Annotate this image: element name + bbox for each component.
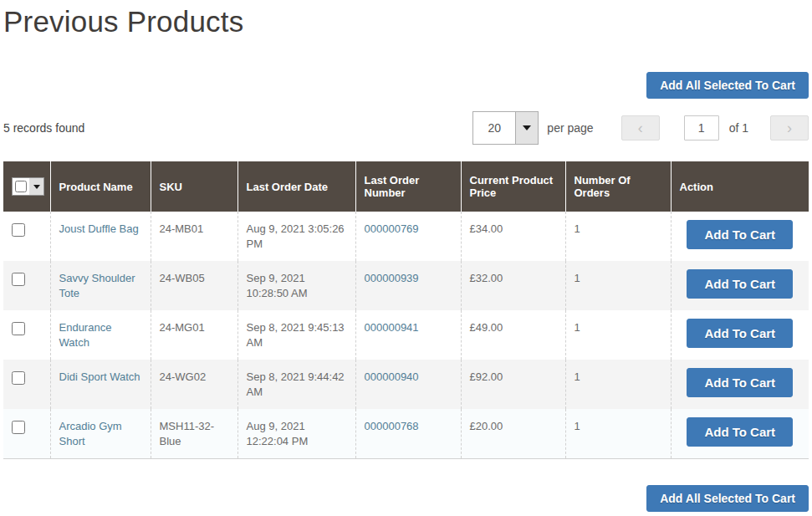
product-name-cell: Joust Duffle Bag <box>50 212 151 261</box>
order-number-link[interactable]: 000000939 <box>365 272 419 284</box>
top-actions: Add All Selected To Cart <box>3 72 809 99</box>
action-cell: Add To Cart <box>671 310 809 360</box>
pager: 20 per page ‹ of 1 › <box>472 111 809 145</box>
product-name-link[interactable]: Didi Sport Watch <box>59 370 140 383</box>
sku-cell: 24-MB01 <box>151 212 237 261</box>
action-cell: Add To Cart <box>671 409 809 459</box>
orders-count-cell: 1 <box>565 360 671 409</box>
order-number-cell: 000000940 <box>355 360 461 409</box>
order-number-link[interactable]: 000000941 <box>365 321 419 334</box>
select-all-dropdown[interactable] <box>12 177 44 196</box>
last-order-date-cell: Aug 9, 2021 3:05:26 PM <box>237 212 355 261</box>
sku-cell: 24-WG02 <box>151 360 237 409</box>
column-header-current-product-price: Current Product Price <box>461 161 565 212</box>
add-to-cart-button[interactable]: Add To Cart <box>687 319 793 348</box>
product-name-link[interactable]: Joust Duffle Bag <box>59 222 139 235</box>
product-name-cell: Savvy Shoulder Tote <box>50 261 151 310</box>
last-order-date-cell: Sep 8, 2021 9:45:13 AM <box>237 310 355 360</box>
sku-cell: 24-MG01 <box>151 310 237 360</box>
order-number-cell: 000000769 <box>355 212 461 261</box>
select-all-checkbox[interactable] <box>15 181 27 192</box>
order-number-cell: 000000941 <box>355 310 461 360</box>
checkbox-cell <box>3 310 50 360</box>
price-cell: £32.00 <box>461 261 565 310</box>
table-row: Didi Sport Watch 24-WG02 Sep 8, 2021 9:4… <box>3 360 809 409</box>
checkbox-cell <box>3 261 50 310</box>
per-page-select[interactable]: 20 <box>472 111 539 145</box>
checkbox-cell <box>3 360 50 409</box>
checkbox-cell <box>3 212 50 261</box>
table-row: Savvy Shoulder Tote 24-WB05 Sep 9, 2021 … <box>3 261 809 310</box>
column-header-number-of-orders: Number Of Orders <box>565 161 671 212</box>
product-name-link[interactable]: Endurance Watch <box>59 321 112 349</box>
product-name-cell: Didi Sport Watch <box>50 360 151 409</box>
price-cell: £34.00 <box>461 212 565 261</box>
column-header-product-name: Product Name <box>50 161 151 212</box>
previous-page-button[interactable]: ‹ <box>621 115 660 140</box>
last-order-date-cell: Sep 9, 2021 10:28:50 AM <box>237 261 355 310</box>
column-header-last-order-number: Last Order Number <box>355 161 461 212</box>
total-pages-label: of 1 <box>729 121 748 135</box>
price-cell: £49.00 <box>461 310 565 360</box>
order-number-link[interactable]: 000000769 <box>365 222 419 235</box>
page-container: Previous Products Add All Selected To Ca… <box>0 0 812 512</box>
sku-cell: 24-WB05 <box>151 261 237 310</box>
product-name-cell: Endurance Watch <box>50 310 151 360</box>
current-page-input[interactable] <box>684 115 719 140</box>
product-name-link[interactable]: Arcadio Gym Short <box>59 420 122 447</box>
action-cell: Add To Cart <box>671 261 809 310</box>
price-cell: £92.00 <box>461 360 565 409</box>
add-all-selected-button-top[interactable]: Add All Selected To Cart <box>646 72 809 99</box>
orders-count-cell: 1 <box>565 261 671 310</box>
checkbox-cell <box>3 409 50 459</box>
records-found-label: 5 records found <box>3 121 84 135</box>
table-row: Arcadio Gym Short MSH11-32-Blue Aug 9, 2… <box>3 409 809 459</box>
product-name-cell: Arcadio Gym Short <box>50 409 151 459</box>
add-to-cart-button[interactable]: Add To Cart <box>687 368 793 397</box>
column-header-last-order-date: Last Order Date <box>237 161 355 212</box>
row-checkbox[interactable] <box>12 273 25 286</box>
add-to-cart-button[interactable]: Add To Cart <box>687 220 793 249</box>
column-header-action: Action <box>671 161 809 212</box>
action-cell: Add To Cart <box>671 360 809 409</box>
price-cell: £20.00 <box>461 409 565 459</box>
table-header-row: Product Name SKU Last Order Date Last Or… <box>3 161 809 212</box>
add-all-selected-button-bottom[interactable]: Add All Selected To Cart <box>646 485 809 512</box>
per-page-selected-value: 20 <box>473 112 515 144</box>
product-name-link[interactable]: Savvy Shoulder Tote <box>59 272 135 299</box>
orders-count-cell: 1 <box>565 409 671 459</box>
bottom-actions: Add All Selected To Cart <box>3 485 809 512</box>
add-to-cart-button[interactable]: Add To Cart <box>687 417 793 447</box>
page-title: Previous Products <box>3 5 809 38</box>
row-checkbox[interactable] <box>12 371 25 385</box>
add-to-cart-button[interactable]: Add To Cart <box>687 269 793 299</box>
order-number-cell: 000000939 <box>355 261 461 310</box>
caret-down-icon <box>29 178 43 195</box>
table-row: Endurance Watch 24-MG01 Sep 8, 2021 9:45… <box>3 310 809 360</box>
next-page-button[interactable]: › <box>770 115 809 140</box>
sku-cell: MSH11-32-Blue <box>151 409 237 459</box>
order-number-link[interactable]: 000000940 <box>365 370 419 383</box>
table-row: Joust Duffle Bag 24-MB01 Aug 9, 2021 3:0… <box>3 212 809 261</box>
select-all-header-cell <box>3 161 50 212</box>
order-number-link[interactable]: 000000768 <box>365 420 419 432</box>
select-all-checkbox-box <box>13 178 29 195</box>
action-cell: Add To Cart <box>671 212 809 261</box>
order-number-cell: 000000768 <box>355 409 461 459</box>
orders-count-cell: 1 <box>565 310 671 360</box>
row-checkbox[interactable] <box>12 223 25 237</box>
caret-down-icon <box>515 112 538 144</box>
grid-toolbar: 5 records found 20 per page ‹ of 1 › <box>3 111 809 145</box>
row-checkbox[interactable] <box>12 421 25 434</box>
last-order-date-cell: Aug 9, 2021 12:22:04 PM <box>237 409 355 459</box>
per-page-label: per page <box>547 121 593 135</box>
previous-products-table: Product Name SKU Last Order Date Last Or… <box>3 161 809 459</box>
orders-count-cell: 1 <box>565 212 671 261</box>
last-order-date-cell: Sep 8, 2021 9:44:42 AM <box>237 360 355 409</box>
row-checkbox[interactable] <box>12 322 25 335</box>
column-header-sku: SKU <box>151 161 237 212</box>
